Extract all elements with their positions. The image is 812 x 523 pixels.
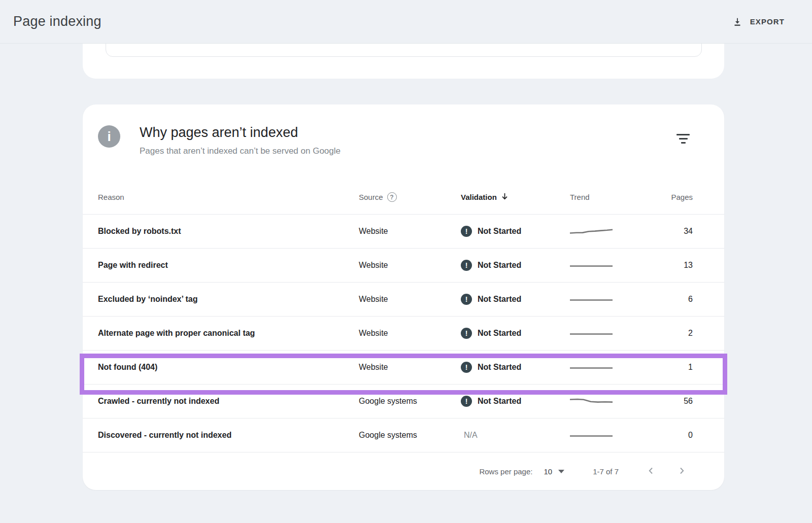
source-cell: Website xyxy=(359,363,461,372)
panel-title: Why pages aren’t indexed xyxy=(140,125,298,141)
exclamation-icon: ! xyxy=(461,294,472,305)
source-cell: Google systems xyxy=(359,397,461,406)
next-page-button[interactable] xyxy=(675,465,688,477)
column-header-pages[interactable]: Pages xyxy=(671,193,693,201)
info-icon: i xyxy=(98,125,120,148)
validation-label: N/A xyxy=(461,431,478,440)
reason-cell: Blocked by robots.txt xyxy=(98,227,359,236)
prev-page-button[interactable] xyxy=(645,465,657,477)
validation-label: Not Started xyxy=(478,397,521,406)
source-cell: Website xyxy=(359,227,461,236)
trend-sparkline xyxy=(562,363,636,372)
table-row[interactable]: Excluded by ‘noindex’ tag Website ! Not … xyxy=(83,282,724,316)
chevron-left-icon xyxy=(647,466,656,477)
export-label: EXPORT xyxy=(750,17,785,26)
column-header-validation[interactable]: Validation xyxy=(461,192,562,202)
help-circle-icon[interactable]: ? xyxy=(387,192,397,202)
table-row[interactable]: Alternate page with proper canonical tag… xyxy=(83,316,724,350)
panel-header: i Why pages aren’t indexed Pages that ar… xyxy=(83,104,724,180)
source-cell: Website xyxy=(359,329,461,338)
trend-sparkline xyxy=(562,295,636,304)
validation-cell: ! Not Started xyxy=(461,396,562,407)
reason-cell: Crawled - currently not indexed xyxy=(98,397,359,406)
pages-cell: 0 xyxy=(688,431,693,440)
table-footer: Rows per page: 10 1-7 of 7 xyxy=(83,452,724,490)
panel-subtitle: Pages that aren’t indexed can’t be serve… xyxy=(140,146,341,156)
reason-header-label: Reason xyxy=(98,193,124,201)
table-header-row: Reason Source ? Validation Trend Pages xyxy=(83,180,724,214)
filter-list-icon[interactable] xyxy=(676,134,690,144)
rows-per-page-select[interactable]: 10 xyxy=(544,467,564,476)
rows-per-page-label: Rows per page: xyxy=(479,467,532,476)
validation-cell: ! Not Started xyxy=(461,260,562,271)
table-row[interactable]: Blocked by robots.txt Website ! Not Star… xyxy=(83,214,724,248)
validation-label: Not Started xyxy=(478,261,521,270)
exclamation-icon: ! xyxy=(461,328,472,339)
exclamation-icon: ! xyxy=(461,260,472,271)
reason-cell: Excluded by ‘noindex’ tag xyxy=(98,295,359,304)
source-cell: Google systems xyxy=(359,431,461,440)
pages-cell: 34 xyxy=(684,227,693,236)
pages-cell: 13 xyxy=(684,261,693,270)
reason-cell: Alternate page with proper canonical tag xyxy=(98,329,359,338)
source-cell: Website xyxy=(359,295,461,304)
reason-cell: Page with redirect xyxy=(98,261,359,270)
validation-label: Not Started xyxy=(478,227,521,236)
column-header-trend[interactable]: Trend xyxy=(562,193,636,201)
trend-header-label: Trend xyxy=(570,193,590,201)
download-icon xyxy=(732,16,743,27)
caret-down-icon xyxy=(558,470,564,473)
table-row[interactable]: Discovered - currently not indexed Googl… xyxy=(83,418,724,452)
export-button[interactable]: EXPORT xyxy=(732,16,785,27)
sort-arrow-down-icon xyxy=(501,192,509,202)
app-bar: Page indexing EXPORT xyxy=(0,0,812,44)
validation-cell: ! Not Started xyxy=(461,226,562,237)
trend-sparkline xyxy=(562,431,636,440)
pages-header-label: Pages xyxy=(671,193,693,201)
reason-cell: Not found (404) xyxy=(98,363,359,372)
validation-cell: ! Not Started xyxy=(461,294,562,305)
pages-cell: 6 xyxy=(688,295,693,304)
table-row[interactable]: Crawled - currently not indexed Google s… xyxy=(83,384,724,418)
chevron-right-icon xyxy=(677,466,686,477)
rows-per-page-value: 10 xyxy=(544,467,552,476)
validation-label: Not Started xyxy=(478,295,521,304)
trend-sparkline xyxy=(562,227,636,236)
column-header-source[interactable]: Source ? xyxy=(359,192,461,202)
pages-cell: 2 xyxy=(688,329,693,338)
page-title: Page indexing xyxy=(13,14,101,29)
trend-sparkline xyxy=(562,261,636,270)
validation-header-label: Validation xyxy=(461,193,497,201)
exclamation-icon: ! xyxy=(461,226,472,237)
validation-label: Not Started xyxy=(478,329,521,338)
table-row-highlighted[interactable]: Not found (404) Website ! Not Started 1 xyxy=(83,350,724,384)
why-pages-arent-indexed-card: i Why pages aren’t indexed Pages that ar… xyxy=(83,104,724,490)
source-cell: Website xyxy=(359,261,461,270)
validation-cell: ! Not Started xyxy=(461,362,562,373)
exclamation-icon: ! xyxy=(461,396,472,407)
pages-cell: 1 xyxy=(688,363,693,372)
validation-cell: N/A xyxy=(461,431,562,440)
trend-sparkline xyxy=(562,397,636,406)
previous-card-partial xyxy=(83,44,724,79)
exclamation-icon: ! xyxy=(461,362,472,373)
source-header-label: Source xyxy=(359,193,383,201)
table-row[interactable]: Page with redirect Website ! Not Started… xyxy=(83,248,724,282)
pagination-range-label: 1-7 of 7 xyxy=(593,467,619,476)
trend-sparkline xyxy=(562,329,636,338)
pages-cell: 56 xyxy=(684,397,693,406)
validation-cell: ! Not Started xyxy=(461,328,562,339)
reason-cell: Discovered - currently not indexed xyxy=(98,431,359,440)
column-header-reason[interactable]: Reason xyxy=(98,193,359,201)
validation-label: Not Started xyxy=(478,363,521,372)
